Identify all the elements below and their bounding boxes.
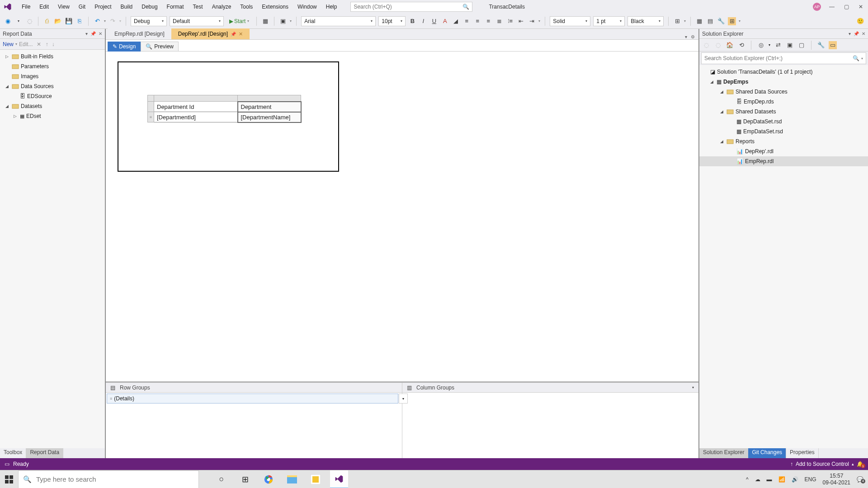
se-properties-icon[interactable]: 🔧 xyxy=(817,41,825,49)
report-body[interactable]: Department Id Department ≡ [DepartmentId… xyxy=(118,61,339,172)
textbox-icon[interactable]: ▣ xyxy=(279,17,287,25)
menu-test[interactable]: Test xyxy=(189,2,208,12)
pin-tab-icon[interactable]: 📌 xyxy=(231,32,236,37)
action-center-icon[interactable]: 💬4 xyxy=(857,476,863,483)
source-control-chevron-icon[interactable]: ▴ xyxy=(852,462,854,466)
platform-dropdown[interactable]: Default▾ xyxy=(170,16,224,26)
panel-close-icon[interactable]: ✕ xyxy=(99,31,102,36)
se-forward-icon[interactable]: ◌ xyxy=(714,41,722,49)
solution-explorer-tab[interactable]: Solution Explorer xyxy=(699,448,748,458)
tab-settings-icon[interactable]: ⚙ xyxy=(691,34,695,39)
properties-tab[interactable]: Properties xyxy=(786,448,819,458)
se-deprep-rdl[interactable]: 📊 DepRep'.rdl xyxy=(699,146,868,156)
border-width-dropdown[interactable]: 1 pt▾ xyxy=(593,16,625,26)
tablix[interactable]: Department Id Department ≡ [DepartmentId… xyxy=(147,95,302,123)
feedback-icon[interactable]: 🙂 xyxy=(856,17,864,25)
underline-icon[interactable]: U xyxy=(430,17,438,25)
maximize-button[interactable]: ▢ xyxy=(843,4,850,10)
source-control-up-icon[interactable]: ↑ xyxy=(790,461,793,467)
pin-icon[interactable]: 📌 xyxy=(854,31,859,36)
notifications-icon[interactable]: 🔔1 xyxy=(857,461,863,467)
tree-data-sources[interactable]: ◢ Data Sources xyxy=(0,81,105,91)
bg-color-icon[interactable]: ◢ xyxy=(452,17,460,25)
menu-file[interactable]: File xyxy=(17,2,35,12)
new-item-icon[interactable]: ⎙ xyxy=(43,17,51,25)
menu-extensions[interactable]: Extensions xyxy=(257,2,293,12)
menu-help[interactable]: Help xyxy=(321,2,342,12)
battery-icon[interactable]: ▬ xyxy=(767,476,772,483)
panel-close-icon[interactable]: ✕ xyxy=(862,31,865,36)
split-icon[interactable]: ▤ xyxy=(706,17,714,25)
delete-icon[interactable]: ✕ xyxy=(37,41,41,47)
pin-icon[interactable]: 📌 xyxy=(90,31,96,36)
report-wizard-icon[interactable]: ▦ xyxy=(261,17,269,25)
panel-options-icon[interactable]: ▾ xyxy=(85,31,88,36)
tablix-col-ruler-2[interactable] xyxy=(238,95,301,102)
redo-icon[interactable]: ↷ xyxy=(108,17,117,25)
se-solution-node[interactable]: ◪ Solution 'TransacDetails' (1 of 1 proj… xyxy=(699,67,868,77)
merge-icon[interactable]: ▦ xyxy=(695,17,703,25)
details-dropdown-icon[interactable]: ▾ xyxy=(399,394,408,404)
menu-debug[interactable]: Debug xyxy=(137,2,162,12)
menu-format[interactable]: Format xyxy=(162,2,189,12)
user-avatar[interactable]: AP xyxy=(813,3,821,11)
tablix-corner[interactable] xyxy=(148,95,154,102)
groups-options-icon[interactable]: ▾ xyxy=(692,385,694,389)
undo-icon[interactable]: ↶ xyxy=(93,17,101,25)
taskbar-search[interactable]: 🔍 Type here to search xyxy=(18,470,199,488)
solution-explorer-search[interactable]: 🔍 ▾ xyxy=(701,52,866,64)
file-explorer-icon[interactable] xyxy=(283,470,301,488)
indent-icon[interactable]: ⇥ xyxy=(528,17,536,25)
menu-project[interactable]: Project xyxy=(90,2,116,12)
align-left-icon[interactable]: ≡ xyxy=(462,17,471,25)
tablix-col-ruler-1[interactable] xyxy=(154,95,238,102)
se-preview-icon[interactable]: ▭ xyxy=(829,41,837,49)
cortana-icon[interactable]: ○ xyxy=(212,470,231,488)
se-back-icon[interactable]: ◌ xyxy=(702,41,710,49)
outdent-icon[interactable]: ⇤ xyxy=(517,17,525,25)
data-cell-1[interactable]: [DepartmentId] xyxy=(154,112,238,122)
report-data-tab[interactable]: Report Data xyxy=(26,448,63,458)
toolbox-tab[interactable]: Toolbox xyxy=(0,448,26,458)
new-project-icon[interactable]: ◌ xyxy=(25,17,33,25)
tree-parameters[interactable]: Parameters xyxy=(0,61,105,71)
move-down-icon[interactable]: ↓ xyxy=(52,41,55,47)
se-emprep-rdl[interactable]: 📊 EmpRep.rdl xyxy=(699,156,868,166)
se-depdataset[interactable]: ▦ DepDataSet.rsd xyxy=(699,117,868,127)
tab-deprep[interactable]: DepRep'.rdl [Design] 📌 ✕ xyxy=(171,28,250,39)
back-nav-icon[interactable]: ◉ xyxy=(4,17,12,25)
se-search-input[interactable] xyxy=(704,55,853,61)
justify-icon[interactable]: ≣ xyxy=(495,17,503,25)
menu-view[interactable]: View xyxy=(53,2,74,12)
volume-icon[interactable]: 🔊 xyxy=(792,476,798,483)
align-right-icon[interactable]: ≡ xyxy=(484,17,492,25)
design-subtab[interactable]: ✎ Design xyxy=(108,42,141,52)
se-collapse-icon[interactable]: ▢ xyxy=(797,41,806,49)
preview-subtab[interactable]: 🔍 Preview xyxy=(141,42,179,52)
add-source-control[interactable]: Add to Source Control xyxy=(796,461,849,467)
font-size-dropdown[interactable]: 10pt▾ xyxy=(378,16,406,26)
report-data-header[interactable]: Report Data ▾ 📌 ✕ xyxy=(0,29,105,39)
se-home-icon[interactable]: 🏠 xyxy=(726,41,734,49)
chrome-icon[interactable] xyxy=(259,470,278,488)
tree-edsource[interactable]: 🗄 EDSource xyxy=(0,91,105,101)
wifi-icon[interactable]: 📶 xyxy=(778,476,785,483)
menu-build[interactable]: Build xyxy=(116,2,137,12)
quick-search-input[interactable] xyxy=(354,4,469,10)
design-surface[interactable]: Department Id Department ≡ [DepartmentId… xyxy=(106,52,698,381)
tab-emprep[interactable]: EmpRep.rdl [Design] xyxy=(108,28,171,39)
data-cell-2[interactable]: [DepartmentName] xyxy=(238,112,301,122)
ruler-icon[interactable]: ⊞ xyxy=(728,17,736,25)
forward-nav-icon[interactable]: ▾ xyxy=(14,17,23,25)
task-view-icon[interactable]: ⊞ xyxy=(236,470,254,488)
close-button[interactable]: ✕ xyxy=(857,4,864,10)
save-icon[interactable]: 💾 xyxy=(65,17,73,25)
se-sync-icon[interactable]: ⟲ xyxy=(737,41,745,49)
tree-edset[interactable]: ▷ ▦ EDset xyxy=(0,111,105,121)
menu-git[interactable]: Git xyxy=(74,2,90,12)
save-all-icon[interactable]: ⎘ xyxy=(75,17,84,25)
solution-name-display[interactable]: TransacDetails xyxy=(484,4,529,10)
se-empdataset[interactable]: ▦ EmpDataSet.rsd xyxy=(699,127,868,136)
border-color-dropdown[interactable]: Black▾ xyxy=(627,16,664,26)
language-indicator[interactable]: ENG xyxy=(805,476,816,483)
